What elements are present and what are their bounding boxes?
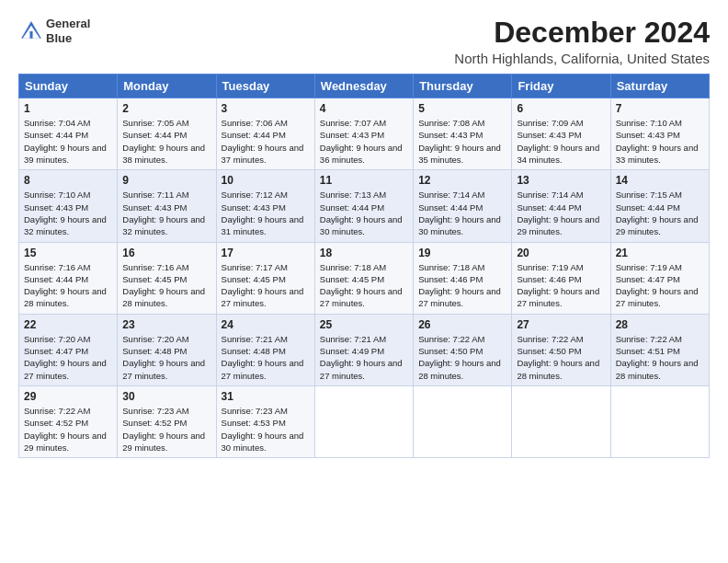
cell-text: Sunrise: 7:20 AMSunset: 4:47 PMDaylight:… xyxy=(24,334,107,381)
cell-text: Sunrise: 7:14 AMSunset: 4:44 PMDaylight:… xyxy=(418,190,501,236)
day-number: 10 xyxy=(222,174,310,187)
day-number: 12 xyxy=(418,174,506,187)
cell-text: Sunrise: 7:20 AMSunset: 4:48 PMDaylight:… xyxy=(122,334,205,381)
calendar-week-4: 22Sunrise: 7:20 AMSunset: 4:47 PMDayligh… xyxy=(19,314,710,385)
day-number: 23 xyxy=(122,318,210,331)
day-number: 15 xyxy=(24,247,112,259)
calendar-cell: 29Sunrise: 7:22 AMSunset: 4:52 PMDayligh… xyxy=(19,385,118,457)
page-container: General Blue December 2024 North Highlan… xyxy=(0,0,728,467)
day-number: 30 xyxy=(122,390,210,403)
calendar-cell: 3Sunrise: 7:06 AMSunset: 4:44 PMDaylight… xyxy=(216,98,314,170)
calendar-cell: 2Sunrise: 7:05 AMSunset: 4:44 PMDaylight… xyxy=(118,98,216,170)
location: North Highlands, California, United Stat… xyxy=(454,51,710,66)
calendar-cell xyxy=(314,385,413,457)
calendar-cell: 19Sunrise: 7:18 AMSunset: 4:46 PMDayligh… xyxy=(414,242,512,314)
calendar-cell: 13Sunrise: 7:14 AMSunset: 4:44 PMDayligh… xyxy=(512,170,610,242)
cell-text: Sunrise: 7:04 AMSunset: 4:44 PMDaylight:… xyxy=(24,118,107,165)
cell-text: Sunrise: 7:13 AMSunset: 4:44 PMDaylight:… xyxy=(320,190,403,236)
calendar-cell: 25Sunrise: 7:21 AMSunset: 4:49 PMDayligh… xyxy=(314,314,413,385)
day-number: 24 xyxy=(222,318,310,331)
header-cell-sunday: Sunday xyxy=(19,75,118,98)
calendar-cell: 20Sunrise: 7:19 AMSunset: 4:46 PMDayligh… xyxy=(512,242,610,314)
calendar-cell: 24Sunrise: 7:21 AMSunset: 4:48 PMDayligh… xyxy=(216,314,314,385)
cell-text: Sunrise: 7:16 AMSunset: 4:45 PMDaylight:… xyxy=(122,262,205,309)
cell-text: Sunrise: 7:08 AMSunset: 4:43 PMDaylight:… xyxy=(418,118,501,165)
calendar-table: SundayMondayTuesdayWednesdayThursdayFrid… xyxy=(18,74,710,458)
calendar-cell: 6Sunrise: 7:09 AMSunset: 4:43 PMDaylight… xyxy=(512,98,610,170)
calendar-cell: 7Sunrise: 7:10 AMSunset: 4:43 PMDaylight… xyxy=(610,98,709,170)
day-number: 25 xyxy=(320,318,408,331)
calendar-cell: 5Sunrise: 7:08 AMSunset: 4:43 PMDaylight… xyxy=(414,98,512,170)
day-number: 29 xyxy=(24,390,112,403)
calendar-week-2: 8Sunrise: 7:10 AMSunset: 4:43 PMDaylight… xyxy=(19,170,710,242)
calendar-cell: 9Sunrise: 7:11 AMSunset: 4:43 PMDaylight… xyxy=(118,170,216,242)
cell-text: Sunrise: 7:05 AMSunset: 4:44 PMDaylight:… xyxy=(122,118,205,165)
cell-text: Sunrise: 7:14 AMSunset: 4:44 PMDaylight:… xyxy=(517,190,599,236)
cell-text: Sunrise: 7:12 AMSunset: 4:43 PMDaylight:… xyxy=(222,190,304,236)
calendar-cell: 4Sunrise: 7:07 AMSunset: 4:43 PMDaylight… xyxy=(314,98,413,170)
cell-text: Sunrise: 7:16 AMSunset: 4:44 PMDaylight:… xyxy=(24,262,107,309)
calendar-cell: 16Sunrise: 7:16 AMSunset: 4:45 PMDayligh… xyxy=(118,242,216,314)
month-title: December 2024 xyxy=(454,17,710,49)
day-number: 11 xyxy=(320,174,408,187)
cell-text: Sunrise: 7:23 AMSunset: 4:53 PMDaylight:… xyxy=(222,406,304,453)
calendar-cell: 10Sunrise: 7:12 AMSunset: 4:43 PMDayligh… xyxy=(216,170,314,242)
calendar-cell: 31Sunrise: 7:23 AMSunset: 4:53 PMDayligh… xyxy=(216,385,314,457)
calendar-cell: 11Sunrise: 7:13 AMSunset: 4:44 PMDayligh… xyxy=(314,170,413,242)
header-cell-thursday: Thursday xyxy=(414,75,512,98)
cell-text: Sunrise: 7:09 AMSunset: 4:43 PMDaylight:… xyxy=(517,118,599,165)
logo: General Blue xyxy=(18,17,90,45)
cell-text: Sunrise: 7:22 AMSunset: 4:52 PMDaylight:… xyxy=(24,406,107,453)
title-block: December 2024 North Highlands, Californi… xyxy=(454,17,710,66)
header-cell-tuesday: Tuesday xyxy=(216,75,314,98)
cell-text: Sunrise: 7:11 AMSunset: 4:43 PMDaylight:… xyxy=(122,190,205,236)
day-number: 14 xyxy=(616,174,704,187)
cell-text: Sunrise: 7:22 AMSunset: 4:51 PMDaylight:… xyxy=(616,334,699,381)
day-number: 7 xyxy=(616,102,704,115)
calendar-cell xyxy=(414,385,512,457)
calendar-cell: 28Sunrise: 7:22 AMSunset: 4:51 PMDayligh… xyxy=(610,314,709,385)
calendar-cell: 27Sunrise: 7:22 AMSunset: 4:50 PMDayligh… xyxy=(512,314,610,385)
cell-text: Sunrise: 7:21 AMSunset: 4:48 PMDaylight:… xyxy=(222,334,304,381)
cell-text: Sunrise: 7:17 AMSunset: 4:45 PMDaylight:… xyxy=(222,262,304,309)
day-number: 27 xyxy=(517,318,605,331)
day-number: 13 xyxy=(517,174,605,187)
cell-text: Sunrise: 7:22 AMSunset: 4:50 PMDaylight:… xyxy=(517,334,599,381)
calendar-cell: 1Sunrise: 7:04 AMSunset: 4:44 PMDaylight… xyxy=(19,98,118,170)
calendar-cell: 18Sunrise: 7:18 AMSunset: 4:45 PMDayligh… xyxy=(314,242,413,314)
calendar-cell: 23Sunrise: 7:20 AMSunset: 4:48 PMDayligh… xyxy=(118,314,216,385)
day-number: 22 xyxy=(24,318,112,331)
calendar-cell xyxy=(610,385,709,457)
day-number: 19 xyxy=(418,247,506,259)
cell-text: Sunrise: 7:10 AMSunset: 4:43 PMDaylight:… xyxy=(616,118,699,165)
calendar-cell: 15Sunrise: 7:16 AMSunset: 4:44 PMDayligh… xyxy=(19,242,118,314)
cell-text: Sunrise: 7:06 AMSunset: 4:44 PMDaylight:… xyxy=(222,118,304,165)
header-cell-monday: Monday xyxy=(118,75,216,98)
day-number: 17 xyxy=(222,247,310,259)
day-number: 18 xyxy=(320,247,408,259)
calendar-header: SundayMondayTuesdayWednesdayThursdayFrid… xyxy=(19,75,710,98)
day-number: 31 xyxy=(222,390,310,403)
calendar-cell: 30Sunrise: 7:23 AMSunset: 4:52 PMDayligh… xyxy=(118,385,216,457)
cell-text: Sunrise: 7:18 AMSunset: 4:46 PMDaylight:… xyxy=(418,262,501,309)
cell-text: Sunrise: 7:21 AMSunset: 4:49 PMDaylight:… xyxy=(320,334,403,381)
calendar-cell xyxy=(512,385,610,457)
cell-text: Sunrise: 7:19 AMSunset: 4:47 PMDaylight:… xyxy=(616,262,699,309)
header: General Blue December 2024 North Highlan… xyxy=(18,17,710,66)
calendar-week-5: 29Sunrise: 7:22 AMSunset: 4:52 PMDayligh… xyxy=(19,385,710,457)
header-cell-saturday: Saturday xyxy=(610,75,709,98)
calendar-cell: 8Sunrise: 7:10 AMSunset: 4:43 PMDaylight… xyxy=(19,170,118,242)
cell-text: Sunrise: 7:15 AMSunset: 4:44 PMDaylight:… xyxy=(616,190,699,236)
day-number: 6 xyxy=(517,102,605,115)
cell-text: Sunrise: 7:07 AMSunset: 4:43 PMDaylight:… xyxy=(320,118,403,165)
calendar-cell: 21Sunrise: 7:19 AMSunset: 4:47 PMDayligh… xyxy=(610,242,709,314)
logo-icon xyxy=(18,18,44,44)
cell-text: Sunrise: 7:18 AMSunset: 4:45 PMDaylight:… xyxy=(320,262,403,309)
day-number: 16 xyxy=(122,247,210,259)
calendar-week-3: 15Sunrise: 7:16 AMSunset: 4:44 PMDayligh… xyxy=(19,242,710,314)
cell-text: Sunrise: 7:22 AMSunset: 4:50 PMDaylight:… xyxy=(418,334,501,381)
day-number: 21 xyxy=(616,247,704,259)
calendar-week-1: 1Sunrise: 7:04 AMSunset: 4:44 PMDaylight… xyxy=(19,98,710,170)
day-number: 8 xyxy=(24,174,112,187)
cell-text: Sunrise: 7:23 AMSunset: 4:52 PMDaylight:… xyxy=(122,406,205,453)
